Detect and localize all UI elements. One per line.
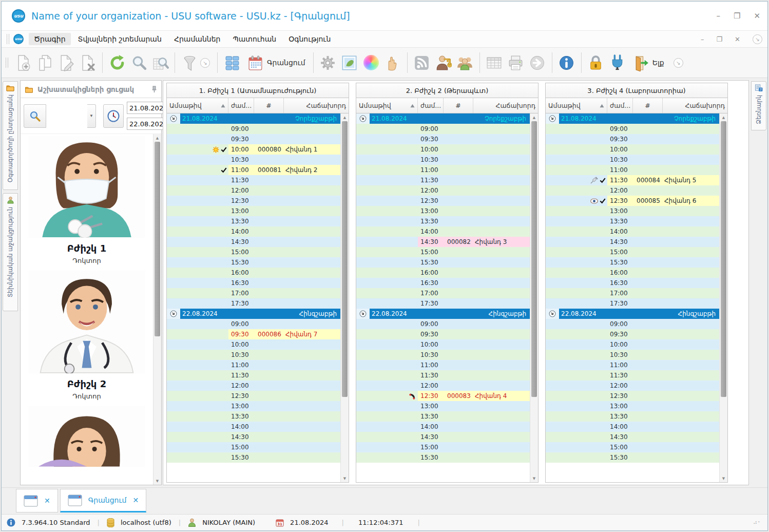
scroll-down-icon[interactable]: ▼ bbox=[530, 474, 538, 482]
time-slot-row[interactable]: 15:30 bbox=[546, 257, 719, 268]
time-slot-row[interactable]: 13:30 bbox=[356, 216, 530, 226]
date-row[interactable]: 22.08.2024Հինգշաբթի bbox=[546, 309, 719, 319]
time-slot-row[interactable]: 15:00 bbox=[356, 442, 530, 452]
header-number[interactable]: # bbox=[633, 98, 663, 113]
date-row[interactable]: 22.08.2024Հինգշաբթի bbox=[356, 309, 530, 319]
time-slot-row[interactable]: 09:00 bbox=[167, 124, 340, 134]
mdi-minimize-button[interactable]: – bbox=[701, 35, 704, 43]
time-slot-row[interactable]: 10:00 bbox=[546, 144, 719, 155]
time-slot-row[interactable]: 11:00 bbox=[356, 360, 530, 370]
employee-photo[interactable] bbox=[29, 406, 145, 467]
toolbar-grip2[interactable] bbox=[6, 58, 8, 68]
time-slot-row[interactable]: 15:00 bbox=[167, 442, 340, 452]
menu-help[interactable]: Օգնություն bbox=[283, 33, 336, 45]
time-slot-row[interactable]: 16:00 bbox=[546, 268, 719, 278]
add-record-button[interactable] bbox=[12, 51, 34, 74]
time-slot-row[interactable]: 17:30 bbox=[167, 298, 340, 309]
date-row[interactable]: 21.08.2024Չորեքշաբթի bbox=[356, 113, 530, 124]
appointment-row[interactable]: 11:00000081Հիվանդ 2 bbox=[167, 165, 340, 175]
time-slot-row[interactable]: 09:00 bbox=[356, 124, 530, 134]
menu-commands[interactable]: Հրամաններ bbox=[169, 33, 226, 45]
time-slot-row[interactable]: 09:00 bbox=[546, 319, 719, 329]
time-slot-row[interactable]: 13:00 bbox=[356, 206, 530, 216]
time-slot-row[interactable]: 12:00 bbox=[167, 381, 340, 391]
time-slot-row[interactable]: 09:00 bbox=[167, 319, 340, 329]
scroll-up-icon[interactable]: ▲ bbox=[153, 134, 161, 142]
time-slot-row[interactable]: 14:30 bbox=[167, 237, 340, 247]
time-slot-row[interactable]: 13:30 bbox=[167, 216, 340, 226]
toolbar-overflow-button[interactable]: ↘ bbox=[674, 58, 683, 68]
user-key-button[interactable] bbox=[433, 51, 454, 74]
appointment-row[interactable]: 10:00000080Հիվանդ 1 bbox=[167, 144, 340, 155]
scroll-up-icon[interactable]: ▲ bbox=[530, 113, 538, 121]
time-slot-row[interactable]: 11:00 bbox=[546, 165, 719, 175]
time-slot-row[interactable]: 14:00 bbox=[546, 226, 719, 237]
time-slot-row[interactable]: 15:00 bbox=[546, 247, 719, 257]
time-slot-row[interactable]: 14:00 bbox=[356, 226, 530, 237]
print-button[interactable] bbox=[505, 51, 527, 74]
time-slot-row[interactable]: 10:30 bbox=[546, 155, 719, 165]
mdi-restore-button[interactable]: ❐ bbox=[716, 35, 722, 43]
time-slot-row[interactable]: 10:00 bbox=[167, 339, 340, 350]
plug-button[interactable] bbox=[607, 51, 628, 74]
appointment-row[interactable]: 14:30000082Հիվանդ 3 bbox=[356, 237, 530, 247]
hand-button[interactable] bbox=[382, 51, 403, 74]
time-slot-row[interactable]: 09:30 bbox=[167, 134, 340, 144]
sort-asc-icon[interactable] bbox=[600, 104, 604, 108]
header-time[interactable]: ժամ... bbox=[228, 98, 254, 113]
time-slot-row[interactable]: 15:30 bbox=[167, 257, 340, 268]
time-slot-row[interactable]: 17:00 bbox=[546, 288, 719, 298]
colors-button[interactable] bbox=[360, 51, 382, 74]
refresh-button[interactable] bbox=[106, 51, 128, 74]
date-row[interactable]: 21.08.2024Չորեքշաբթի bbox=[167, 113, 340, 124]
scroll-down-icon[interactable]: ▼ bbox=[720, 474, 727, 482]
tab-close-icon[interactable]: ✕ bbox=[132, 496, 139, 504]
time-slot-row[interactable]: 17:30 bbox=[546, 298, 719, 309]
time-slot-row[interactable]: 11:00 bbox=[167, 360, 340, 370]
schedule-time-button[interactable] bbox=[103, 104, 124, 128]
scroll-up-icon[interactable]: ▲ bbox=[341, 113, 349, 121]
time-slot-row[interactable]: 16:30 bbox=[167, 278, 340, 288]
time-slot-row[interactable]: 13:00 bbox=[356, 401, 530, 411]
time-slot-row[interactable]: 09:00 bbox=[546, 124, 719, 134]
time-slot-row[interactable]: 10:00 bbox=[356, 339, 530, 350]
time-slot-row[interactable]: 11:00 bbox=[356, 165, 530, 175]
time-slot-row[interactable]: 12:30 bbox=[356, 196, 530, 206]
time-slot-row[interactable]: 09:30 bbox=[546, 134, 719, 144]
header-time[interactable]: ժամ... bbox=[418, 98, 444, 113]
header-client[interactable]: Հաճախորդ bbox=[663, 98, 727, 113]
tab-tech-support[interactable]: Տեխնիկական աջակցություն bbox=[3, 193, 18, 311]
go-to-date-icon[interactable] bbox=[359, 310, 367, 317]
appointment-row[interactable]: 12:30000083Հիվանդ 4 bbox=[356, 391, 530, 401]
window-tab-1[interactable]: ✕ bbox=[16, 489, 58, 512]
time-slot-row[interactable]: 15:00 bbox=[546, 442, 719, 452]
go-to-date-icon[interactable] bbox=[549, 115, 556, 122]
time-slot-row[interactable]: 15:30 bbox=[167, 452, 340, 463]
time-slot-row[interactable]: 15:00 bbox=[167, 247, 340, 257]
time-slot-row[interactable]: 14:30 bbox=[356, 432, 530, 442]
header-number[interactable]: # bbox=[444, 98, 473, 113]
time-slot-row[interactable]: 15:30 bbox=[356, 257, 530, 268]
header-date[interactable]: Ամսաթիվ bbox=[356, 98, 418, 113]
time-slot-row[interactable]: 10:30 bbox=[356, 350, 530, 360]
time-slot-row[interactable]: 15:00 bbox=[356, 247, 530, 257]
time-slot-row[interactable]: 10:30 bbox=[167, 350, 340, 360]
header-time[interactable]: ժամ... bbox=[607, 98, 633, 113]
go-to-date-icon[interactable] bbox=[170, 310, 177, 317]
employee-photo[interactable] bbox=[29, 271, 145, 373]
time-slot-row[interactable]: 09:30 bbox=[356, 134, 530, 144]
time-slot-row[interactable]: 09:30 bbox=[546, 329, 719, 339]
time-slot-row[interactable]: 10:00 bbox=[546, 339, 719, 350]
time-slot-row[interactable]: 12:30 bbox=[546, 391, 719, 401]
time-slot-row[interactable]: 12:00 bbox=[167, 185, 340, 196]
time-slot-row[interactable]: 09:30 bbox=[356, 329, 530, 339]
time-slot-row[interactable]: 11:30 bbox=[167, 175, 340, 185]
appointment-row[interactable]: 11:30000084Հիվանդ 5 bbox=[546, 175, 719, 185]
time-slot-row[interactable]: 11:30 bbox=[167, 370, 340, 381]
time-slot-row[interactable]: 14:00 bbox=[546, 422, 719, 432]
time-slot-row[interactable]: 12:00 bbox=[546, 381, 719, 391]
time-slot-row[interactable]: 17:00 bbox=[356, 288, 530, 298]
copy-record-button[interactable] bbox=[34, 51, 55, 74]
menu-overflow-button[interactable]: ↘ bbox=[753, 34, 762, 44]
employee-name[interactable]: Բժիշկ 2 bbox=[67, 378, 106, 389]
